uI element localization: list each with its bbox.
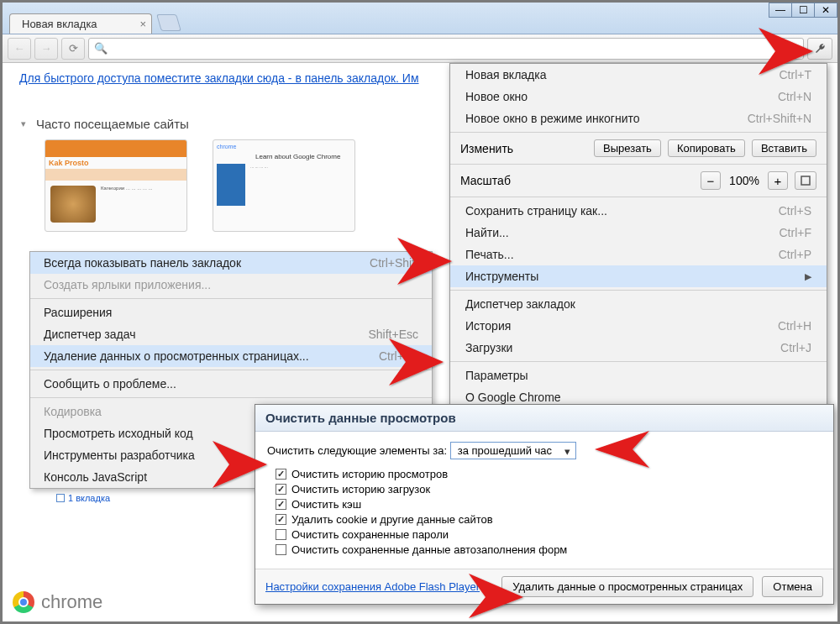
checkbox-label: Удалить cookie и другие данные сайтов: [291, 513, 493, 526]
submenu-item[interactable]: Диспетчер задачShift+Esc: [30, 323, 432, 345]
clear-browsing-data-dialog: Очистить данные просмотров Очистить след…: [255, 404, 834, 605]
menu-item[interactable]: ИсторияCtrl+H: [450, 315, 827, 337]
close-button[interactable]: ✕: [814, 3, 837, 18]
submenu-item[interactable]: Всегда показывать панель закладокCtrl+Sh…: [30, 252, 432, 274]
bookmarks-hint-link[interactable]: Для быстрого доступа поместите закладки …: [19, 71, 419, 85]
menu-item[interactable]: Сохранить страницу как...Ctrl+S: [450, 200, 827, 222]
checkbox-row[interactable]: Очистить сохраненные пароли: [276, 528, 822, 541]
menu-item[interactable]: Печать...Ctrl+P: [450, 244, 827, 265]
checkbox[interactable]: [276, 544, 286, 555]
menu-item[interactable]: Новая вкладкаCtrl+T: [450, 64, 827, 86]
checkbox-label: Очистить кэш: [291, 498, 361, 511]
period-label: Очистить следующие элементы за:: [267, 444, 447, 457]
checkbox-label: Очистить сохраненные данные автозаполнен…: [291, 543, 567, 556]
checkbox-row[interactable]: Очистить кэш: [276, 498, 822, 511]
checkbox[interactable]: [276, 469, 286, 480]
wrench-menu: Новая вкладкаCtrl+TНовое окноCtrl+NНовое…: [449, 63, 827, 409]
cancel-button[interactable]: Отмена: [762, 576, 823, 597]
checkbox-label: Очистить сохраненные пароли: [291, 528, 449, 541]
brand-text: chrome: [41, 591, 102, 613]
flash-settings-link[interactable]: Настройки сохранения Adobe Flash Player: [265, 580, 480, 593]
checkbox[interactable]: [276, 484, 286, 495]
address-bar[interactable]: 🔍: [88, 38, 804, 60]
new-tab-button[interactable]: [156, 14, 181, 31]
menu-item[interactable]: ЗагрузкиCtrl+J: [450, 337, 827, 359]
menu-item[interactable]: Новое окно в режиме инкогнитоCtrl+Shift+…: [450, 107, 827, 129]
tab-title: Новая вкладка: [22, 18, 97, 30]
maximize-button[interactable]: ☐: [791, 3, 815, 18]
checkbox[interactable]: [276, 529, 286, 540]
wrench-menu-button[interactable]: [807, 38, 832, 60]
zoom-in-button[interactable]: +: [768, 171, 788, 190]
copy-button[interactable]: Копировать: [668, 139, 745, 157]
tabstrip: Новая вкладка ×: [9, 3, 179, 34]
submenu-item[interactable]: Расширения: [30, 302, 432, 323]
window-controls: — ☐ ✕: [769, 3, 837, 18]
checkbox-row[interactable]: Очистить сохраненные данные автозаполнен…: [276, 543, 822, 556]
paste-button[interactable]: Вставить: [752, 139, 816, 157]
checkbox-row[interactable]: Очистить историю просмотров: [276, 468, 822, 480]
checkbox[interactable]: [276, 514, 286, 525]
zoom-row: Масштаб−100%+: [450, 167, 827, 194]
submenu-item[interactable]: Сообщить о проблеме...: [30, 373, 432, 395]
menu-item[interactable]: Новое окноCtrl+N: [450, 86, 827, 107]
titlebar: Новая вкладка × — ☐ ✕: [3, 3, 837, 34]
checkbox-row[interactable]: Удалить cookie и другие данные сайтов: [276, 513, 822, 526]
edit-row: ИзменитьВырезатьКопироватьВставить: [450, 135, 827, 161]
zoom-out-button[interactable]: −: [701, 171, 721, 190]
menu-item[interactable]: Инструменты▶: [450, 265, 827, 287]
site-thumbnail[interactable]: Kak Prosto Категории ... ... ... ... ...: [45, 139, 187, 232]
search-icon: 🔍: [94, 42, 108, 55]
chrome-brand: chrome: [13, 591, 102, 613]
checkbox-label: Очистить историю загрузок: [291, 483, 430, 496]
chevron-right-icon: ▶: [805, 271, 811, 282]
checkbox-label: Очистить историю просмотров: [291, 468, 448, 480]
tab-count: 1 вкладка: [56, 493, 110, 503]
cut-button[interactable]: Вырезать: [594, 139, 661, 157]
confirm-button[interactable]: Удалить данные о просмотренных страницах: [501, 576, 753, 597]
back-button[interactable]: ←: [8, 38, 31, 60]
menu-item[interactable]: Найти...Ctrl+F: [450, 222, 827, 244]
toolbar: ← → ⟳ 🔍: [3, 34, 837, 63]
chrome-logo-icon: [13, 591, 34, 613]
dialog-title: Очистить данные просмотров: [255, 405, 833, 432]
period-select[interactable]: за прошедший час: [450, 442, 576, 459]
menu-item[interactable]: Параметры: [450, 364, 827, 386]
site-thumbnail[interactable]: chrome Learn about Google Chrome ... ...…: [213, 139, 355, 232]
forward-button[interactable]: →: [34, 38, 58, 60]
submenu-item[interactable]: Удаление данных о просмотренных страница…: [30, 345, 432, 367]
menu-item[interactable]: Диспетчер закладок: [450, 293, 827, 315]
reload-button[interactable]: ⟳: [61, 38, 85, 60]
zoom-value: 100%: [727, 174, 761, 187]
fullscreen-button[interactable]: [795, 171, 816, 190]
browser-tab[interactable]: Новая вкладка ×: [9, 13, 152, 34]
minimize-button[interactable]: —: [769, 3, 792, 18]
checkbox-row[interactable]: Очистить историю загрузок: [276, 483, 822, 496]
close-icon[interactable]: ×: [139, 18, 146, 30]
svg-rect-0: [801, 176, 810, 185]
checkbox[interactable]: [276, 499, 286, 510]
submenu-item: Создать ярлыки приложения...: [30, 274, 432, 296]
